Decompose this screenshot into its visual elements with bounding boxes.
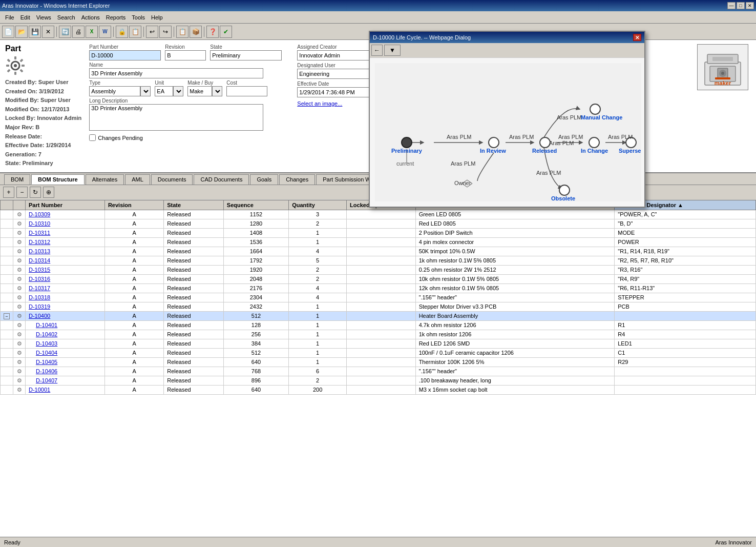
tab-bom-structure[interactable]: BOM Structure [31, 174, 85, 185]
lock-button[interactable]: 🔒 [116, 26, 128, 38]
col-part-number[interactable]: Part Number [26, 200, 105, 210]
table-row[interactable]: ⚙ D-10315 A Released 1920 2 0.25 ohm res… [1, 265, 756, 274]
table-row[interactable]: ⚙ D-10404 A Released 512 1 100nF / 0.1uF… [1, 348, 756, 357]
part-number-link[interactable]: D-10403 [36, 340, 57, 347]
table-row[interactable]: ⚙ D-10317 A Released 2176 4 12k ohm resi… [1, 283, 756, 293]
col-quantity[interactable]: Quantity [289, 200, 347, 210]
table-row[interactable]: ⚙ D-10406 A Released 768 6 ".156"" heade… [1, 367, 756, 376]
cost-input[interactable] [226, 86, 267, 96]
table-row[interactable]: ⚙ D-10312 A Released 1536 1 4 pin molex … [1, 237, 756, 247]
part-number-link[interactable]: D-10317 [29, 285, 50, 291]
maximize-button[interactable]: □ [737, 2, 745, 9]
bom-remove-button[interactable]: − [16, 187, 28, 198]
menu-edit[interactable]: Edit [17, 13, 33, 22]
type-input[interactable] [89, 86, 140, 96]
delete-button[interactable]: ✕ [42, 26, 54, 38]
table-row[interactable]: ⚙ D-10310 A Released 1280 2 Red LED 0805… [1, 219, 756, 228]
revision-input[interactable] [165, 50, 206, 60]
table-row[interactable]: ⚙ D-10318 A Released 2304 4 ".156"" head… [1, 293, 756, 302]
part-number-link[interactable]: D-10314 [29, 257, 50, 264]
part-number-link[interactable]: D-10402 [36, 331, 57, 337]
make-buy-input[interactable] [187, 86, 212, 96]
dialog-close-button[interactable]: ✕ [633, 34, 641, 41]
designated-user-input[interactable] [297, 69, 379, 79]
copy-button[interactable]: 📋 [176, 26, 188, 38]
part-number-link[interactable]: D-10001 [29, 387, 50, 393]
open-button[interactable]: 📂 [15, 26, 28, 38]
bom-add-button[interactable]: + [3, 187, 14, 198]
table-row[interactable]: ⚙ D-10319 A Released 2432 1 Stepper Moto… [1, 302, 756, 311]
minimize-button[interactable]: — [727, 2, 736, 9]
part-number-link[interactable]: D-10312 [29, 239, 50, 245]
bom-filter-button[interactable]: ⊕ [43, 187, 54, 198]
part-number-link[interactable]: D-10404 [36, 350, 57, 356]
check-button[interactable]: ✔ [220, 26, 232, 38]
assigned-creator-input[interactable] [297, 50, 379, 60]
changes-pending-checkbox[interactable] [89, 134, 96, 141]
table-row[interactable]: ⚙ D-10407 A Released 896 2 .100 breakawa… [1, 376, 756, 385]
table-row[interactable]: ⚙ D-10313 A Released 1664 4 50K trimpot … [1, 247, 756, 256]
close-button[interactable]: ✕ [746, 2, 754, 9]
table-row[interactable]: ⚙ D-10316 A Released 2048 2 10k ohm resi… [1, 274, 756, 283]
unit-dropdown[interactable]: ▼ [173, 86, 183, 96]
excel-button[interactable]: X [86, 26, 98, 38]
part-number-link[interactable]: D-10315 [29, 267, 50, 273]
table-row[interactable]: ⚙ D-10405 A Released 640 1 Thermistor 10… [1, 357, 756, 367]
refresh-button[interactable]: 🔄 [59, 26, 71, 38]
table-row[interactable]: ⚙ D-10314 A Released 1792 5 1k ohm resis… [1, 256, 756, 265]
expand-button[interactable]: − [4, 313, 10, 319]
table-row[interactable]: ⚙ D-10401 A Released 128 1 4.7k ohm resi… [1, 320, 756, 330]
table-row[interactable]: − ⚙ D-10400 A Released 512 1 Heater Boar… [1, 311, 756, 320]
menu-search[interactable]: Search [54, 13, 78, 22]
long-desc-input[interactable]: 3D Printer Assembly [89, 104, 263, 131]
tab-bom[interactable]: BOM [4, 174, 30, 185]
name-input[interactable] [89, 68, 263, 78]
state-input[interactable] [210, 50, 282, 60]
part-number-link[interactable]: D-10318 [29, 294, 50, 300]
menu-reports[interactable]: Reports [103, 13, 129, 22]
dialog-dropdown-button[interactable]: ▼ [384, 45, 401, 56]
part-number-link[interactable]: D-10405 [36, 359, 57, 365]
tab-documents[interactable]: Documents [151, 174, 193, 185]
tab-cad-documents[interactable]: CAD Documents [194, 174, 249, 185]
col-sequence[interactable]: Sequence [223, 200, 288, 210]
part-number-link[interactable]: D-10311 [29, 230, 50, 236]
word-button[interactable]: W [99, 26, 111, 38]
redo-button[interactable]: ↪ [159, 26, 172, 38]
part-number-link[interactable]: D-10319 [29, 303, 50, 310]
menu-help[interactable]: Help [148, 13, 166, 22]
part-number-link[interactable]: D-10400 [29, 313, 50, 319]
menu-file[interactable]: File [2, 13, 17, 22]
print-button[interactable]: 🖨 [72, 26, 85, 38]
table-row[interactable]: ⚙ D-10001 A Released 640 200 M3 x 16mm s… [1, 385, 756, 394]
table-row[interactable]: ⚙ D-10403 A Released 384 1 Red LED 1206 … [1, 339, 756, 348]
type-dropdown[interactable]: ▼ [140, 86, 151, 96]
tab-changes[interactable]: Changes [279, 174, 315, 185]
table-row[interactable]: ⚙ D-10309 A Released 1152 3 Green LED 08… [1, 210, 756, 219]
part-number-link[interactable]: D-10310 [29, 220, 50, 227]
part-number-link[interactable]: D-10401 [36, 322, 57, 328]
dialog-back-button[interactable]: ← [371, 45, 383, 56]
part-number-link[interactable]: D-10313 [29, 248, 50, 254]
part-number-link[interactable]: D-10406 [36, 368, 57, 374]
part-number-link[interactable]: D-10309 [29, 211, 50, 217]
bom-refresh-button[interactable]: ↻ [30, 187, 41, 198]
menu-actions[interactable]: Actions [78, 13, 103, 22]
col-revision[interactable]: Revision [104, 200, 163, 210]
menu-views[interactable]: Views [33, 13, 54, 22]
unit-input[interactable] [155, 86, 173, 96]
paste-button[interactable]: 📦 [190, 26, 202, 38]
promote-button[interactable]: 📋 [129, 26, 141, 38]
undo-button[interactable]: ↩ [146, 26, 158, 38]
help-button[interactable]: ❓ [206, 26, 219, 38]
table-row[interactable]: ⚙ D-10311 A Released 1408 1 2 Position D… [1, 228, 756, 237]
table-row[interactable]: ⚙ D-10402 A Released 256 1 1k ohm resist… [1, 330, 756, 339]
make-buy-dropdown[interactable]: ▼ [212, 86, 222, 96]
tab-aml[interactable]: AML [125, 174, 150, 185]
new-button[interactable]: 📄 [2, 26, 14, 38]
part-number-link[interactable]: D-10407 [36, 377, 57, 383]
col-state[interactable]: State [164, 200, 224, 210]
tab-alternates[interactable]: Alternates [86, 174, 124, 185]
tab-goals[interactable]: Goals [250, 174, 278, 185]
save-button[interactable]: 💾 [29, 26, 41, 38]
